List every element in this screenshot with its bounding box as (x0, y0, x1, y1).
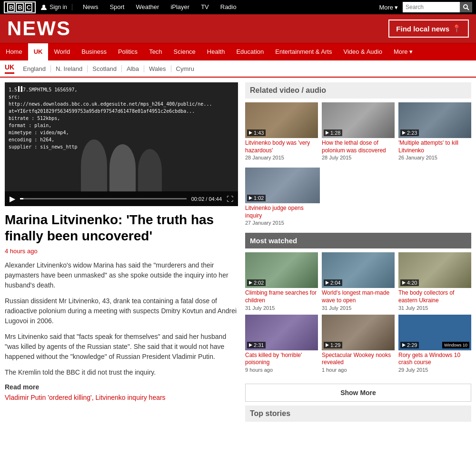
video-title: Rory gets a Windows 10 crash course (398, 352, 471, 367)
article-para-1: Alexander Litvinenko's widow Marina has … (5, 260, 238, 290)
section-video[interactable]: Video & Audio (337, 43, 387, 60)
section-science[interactable]: Science (168, 43, 201, 60)
most-watched-grid: 2:02 Climbing frame searches for childre… (245, 252, 471, 372)
play-icon (402, 343, 406, 347)
subnav-cymru[interactable]: Cymru (171, 65, 199, 72)
most-watched-item-2[interactable]: 2:04 World's longest man-made wave to op… (322, 252, 395, 310)
video-date: 1 hour ago (322, 367, 395, 373)
subnav-alba[interactable]: Alba (122, 65, 144, 72)
top-nav-more[interactable]: More ▾ (374, 4, 403, 11)
video-title: World's longest man-made wave to open (322, 289, 395, 304)
play-icon (326, 281, 329, 285)
svg-line-2 (467, 8, 469, 10)
thumb-container: 2:23 (398, 102, 471, 138)
read-more-label: Read more (5, 383, 238, 391)
top-stories-header: Top stories (245, 406, 471, 422)
main-content: 1.5.37.SMPHTML5 1656597, src: http://new… (0, 78, 476, 426)
duration-overlay: 1:02 (247, 195, 266, 201)
subnav-scotland[interactable]: Scotland (88, 65, 122, 72)
article-para-2: Russian dissident Mr Litvinenko, 43, dra… (5, 296, 238, 326)
article-time: 4 hours ago (5, 248, 238, 255)
most-watched-item-6[interactable]: Windows 10 2:29 Rory gets a Windows 10 c… (398, 315, 471, 373)
section-education[interactable]: Education (230, 43, 269, 60)
section-tech[interactable]: Tech (143, 43, 168, 60)
most-watched-item-5[interactable]: 1:29 Spectacular Wookey nooks revealed 1… (322, 315, 395, 373)
section-world[interactable]: World (48, 43, 76, 60)
video-player[interactable]: 1.5.37.SMPHTML5 1656597, src: http://new… (5, 82, 238, 206)
svg-point-1 (464, 5, 467, 9)
video-title: Climbing frame searches for children (245, 289, 318, 304)
sign-in-button[interactable]: Sign in (40, 4, 72, 10)
duration-overlay: 2:02 (247, 279, 266, 286)
duration-overlay: 4:20 (400, 279, 419, 286)
video-date: 28 January 2015 (245, 155, 318, 160)
play-icon (326, 343, 329, 347)
thumb-container: 2:02 (245, 252, 318, 288)
thumb-container: Windows 10 2:29 (398, 315, 471, 350)
read-more-link[interactable]: Vladimir Putin 'ordered killing', Litvin… (5, 394, 166, 401)
most-watched-item-1[interactable]: 2:02 Climbing frame searches for childre… (245, 252, 318, 310)
search-box (403, 2, 472, 12)
section-more[interactable]: More ▾ (388, 43, 418, 60)
section-home[interactable]: Home (0, 43, 28, 60)
search-button[interactable] (460, 2, 472, 12)
nav-tv[interactable]: TV (195, 0, 215, 14)
video-controls[interactable]: ▶ 00:02 / 04:44 ⛶ (5, 191, 238, 206)
video-title: Spectacular Wookey nooks revealed (322, 352, 395, 367)
thumb-container: 1:29 (322, 315, 395, 350)
bbc-logo: BBC (4, 1, 36, 13)
duration-overlay: 2:23 (400, 129, 419, 136)
section-uk[interactable]: UK (28, 43, 49, 60)
search-input[interactable] (403, 2, 460, 12)
article-para-3: Mrs Litvinenko said that "facts speak fo… (5, 332, 238, 362)
article-para-4: The Kremlin told the BBC it did not trus… (5, 367, 238, 377)
article-headline: Marina Litvinenko: 'The truth has finall… (5, 212, 238, 244)
find-local-button[interactable]: Find local news 📍 (388, 20, 469, 38)
article-body: Alexander Litvinenko's widow Marina has … (5, 260, 238, 377)
red-header: NEWS Find local news 📍 (0, 14, 476, 43)
nav-news[interactable]: News (77, 0, 104, 14)
related-video-header: Related video / audio (245, 82, 471, 99)
subnav-wales[interactable]: Wales (144, 65, 171, 72)
section-entertainment[interactable]: Entertainment & Arts (269, 43, 337, 60)
show-more-button[interactable]: Show More (245, 384, 471, 402)
pause-indicator (18, 86, 22, 92)
video-date: 28 July 2015 (322, 155, 395, 160)
nav-weather[interactable]: Weather (130, 0, 165, 14)
duration-overlay: 1:28 (324, 129, 342, 136)
video-title: 'Multiple attempts' to kill Litvinenko (398, 139, 471, 154)
thumb-container: 1:43 (245, 102, 318, 138)
most-watched-item-3[interactable]: 4:20 The body collectors of eastern Ukra… (398, 252, 471, 310)
duration-overlay: 2:31 (247, 342, 266, 348)
nav-iplayer[interactable]: iPlayer (165, 0, 195, 14)
section-navigation: Home UK World Business Politics Tech Sci… (0, 43, 476, 60)
section-health[interactable]: Health (201, 43, 231, 60)
play-icon (249, 131, 252, 135)
nav-sport[interactable]: Sport (104, 0, 130, 14)
duration-overlay: 2:04 (324, 279, 342, 286)
related-video-item-4[interactable]: 1:02 Litvinenko judge opens inquiry 27 J… (245, 168, 320, 226)
top-navigation: BBC Sign in News Sport Weather iPlayer T… (0, 0, 476, 14)
thumb-container: 2:31 (245, 315, 318, 350)
subnav-nireland[interactable]: N. Ireland (51, 65, 88, 72)
fullscreen-button[interactable]: ⛶ (227, 195, 233, 203)
video-date: 31 July 2015 (398, 305, 471, 311)
related-video-item-2[interactable]: 1:28 How the lethal dose of polonium was… (322, 102, 395, 160)
subnav-active: UK (5, 63, 14, 74)
play-icon (402, 281, 406, 285)
sign-in-label: Sign in (50, 4, 67, 10)
section-politics[interactable]: Politics (112, 43, 143, 60)
video-date: 26 January 2015 (398, 155, 471, 160)
site-title: NEWS (7, 19, 71, 39)
nav-radio[interactable]: Radio (215, 0, 242, 14)
related-video-item-3[interactable]: 2:23 'Multiple attempts' to kill Litvine… (398, 102, 471, 160)
play-button[interactable]: ▶ (10, 194, 15, 203)
video-title: How the lethal dose of polonium was disc… (322, 139, 395, 154)
most-watched-item-4[interactable]: 2:31 Cats killed by 'horrible' poisoning… (245, 315, 318, 373)
section-business[interactable]: Business (76, 43, 112, 60)
user-icon (40, 4, 47, 10)
progress-bar[interactable] (20, 198, 187, 199)
related-video-item-1[interactable]: 1:43 Litvinenko body was 'very hazardous… (245, 102, 318, 160)
video-title: Cats killed by 'horrible' poisoning (245, 352, 318, 367)
subnav-england[interactable]: England (18, 65, 51, 72)
